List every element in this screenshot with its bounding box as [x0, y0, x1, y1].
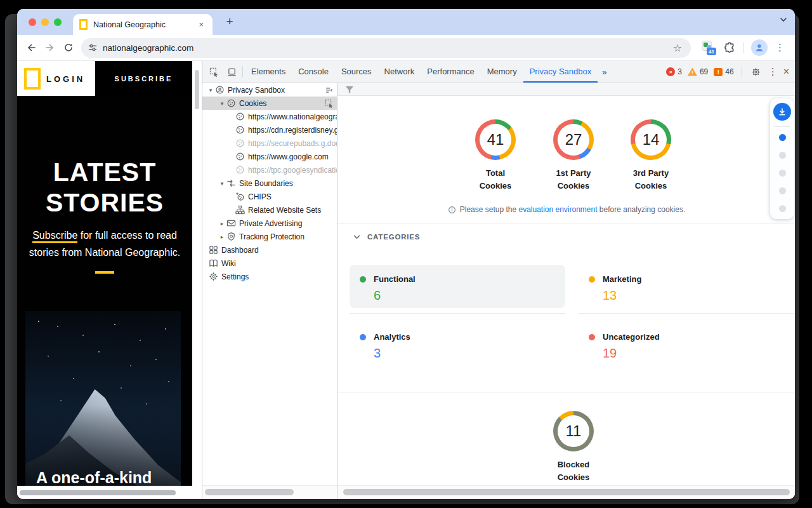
- close-window-button[interactable]: [29, 18, 36, 26]
- category-dot: [360, 334, 366, 340]
- browser-menu-kebab-icon[interactable]: ⋮: [775, 42, 785, 53]
- collapse-sidebar-icon[interactable]: [325, 86, 334, 95]
- filter-funnel-icon[interactable]: [345, 86, 354, 94]
- collapsed-arrow-icon[interactable]: ▸: [218, 234, 226, 240]
- tab-strip: National Geographic × +: [17, 9, 795, 35]
- devtools-menu-kebab-icon[interactable]: ⋮: [768, 66, 778, 77]
- subscribe-link[interactable]: Subscribe: [32, 230, 77, 243]
- tree-item-site-boundaries[interactable]: ▾ Site Boundaries: [202, 177, 337, 190]
- tree-item-chips[interactable]: CHIPS: [202, 190, 337, 203]
- tree-item-origin[interactable]: https://tpc.googlesyndication.com: [202, 163, 337, 177]
- error-badge[interactable]: × 3: [666, 67, 682, 76]
- address-bar[interactable]: nationalgeographic.com ☆: [81, 38, 691, 58]
- privacy-sandbox-icon: [215, 85, 225, 95]
- login-button[interactable]: LOGIN: [46, 74, 85, 84]
- tree-item-dashboard[interactable]: Dashboard: [202, 243, 337, 257]
- hero-subtitle: Subscribe for full access to read storie…: [20, 227, 190, 261]
- tree-item-privacy-sandbox[interactable]: ▾ Privacy Sandbox: [202, 83, 337, 97]
- expand-arrow-icon[interactable]: ▾: [218, 100, 226, 107]
- section-dot[interactable]: [779, 170, 786, 177]
- tree-item-settings[interactable]: Settings: [202, 270, 337, 283]
- category-card-uncategorized[interactable]: Uncategorized 19: [579, 323, 794, 371]
- tab-search-chevron-icon[interactable]: [780, 17, 787, 22]
- category-card-marketing[interactable]: Marketing 13: [579, 265, 794, 313]
- devtools-settings-gear-icon[interactable]: [750, 61, 763, 83]
- category-card-functional[interactable]: Functional 6: [350, 265, 565, 308]
- error-icon: ×: [666, 67, 675, 76]
- tree-item-tracking-protection[interactable]: ▸ Tracking Protection: [202, 230, 337, 243]
- browser-tab[interactable]: National Geographic ×: [73, 14, 213, 35]
- subscribe-button[interactable]: SUBSCRIBE: [95, 61, 192, 96]
- tree-item-related-website-sets[interactable]: Related Website Sets: [202, 203, 337, 217]
- tree-item-cookies[interactable]: ▾ Cookies: [202, 97, 337, 110]
- tree-item-wiki[interactable]: Wiki: [202, 257, 337, 270]
- category-card-analytics[interactable]: Analytics 3: [350, 323, 565, 371]
- profile-avatar[interactable]: [751, 39, 768, 56]
- new-tab-button[interactable]: +: [221, 13, 238, 30]
- cookie-icon: [235, 138, 245, 148]
- tree-item-origin[interactable]: https://cdn.registerdisney.go.com: [202, 123, 337, 137]
- section-dot-nav: [770, 130, 794, 212]
- expand-arrow-icon[interactable]: ▾: [206, 87, 215, 93]
- donut-ring: 14: [631, 119, 671, 160]
- cookie-extension-icon[interactable]: 41: [701, 40, 716, 55]
- sidebar-scroll-thumb[interactable]: [205, 489, 294, 495]
- category-count: 6: [374, 288, 565, 303]
- tree-item-private-advertising[interactable]: ▸ Private Advertising: [202, 217, 337, 230]
- extension-badge: 41: [707, 48, 716, 55]
- section-dot[interactable]: [779, 152, 786, 159]
- section-dot[interactable]: [779, 205, 786, 212]
- privacy-sandbox-main: 41 TotalCookies 27 1st PartyCookies 14: [337, 83, 795, 499]
- report-side-nav: [770, 98, 794, 219]
- page-horizontal-scrollbar[interactable]: [17, 486, 192, 499]
- tab-console[interactable]: Console: [292, 61, 335, 83]
- story-photo[interactable]: A one-of-a-kind journey into the Amazon: [25, 311, 181, 486]
- natgeo-favicon-icon: [79, 19, 88, 30]
- category-count: 13: [603, 288, 794, 303]
- site-settings-icon[interactable]: [88, 43, 98, 53]
- tab-close-icon[interactable]: ×: [196, 18, 206, 30]
- sidebar-scroll-track[interactable]: [202, 485, 337, 499]
- main-scroll-track[interactable]: [337, 485, 795, 499]
- collapsed-arrow-icon[interactable]: ▸: [218, 220, 226, 227]
- window-content: LOGIN SUBSCRIBE LATEST STORIES Subscribe…: [17, 61, 795, 499]
- tree-item-origin[interactable]: https://www.nationalgeographic.com: [202, 110, 337, 123]
- device-toolbar-icon[interactable]: [223, 61, 240, 83]
- tab-privacy-sandbox[interactable]: Privacy Sandbox: [523, 61, 598, 83]
- tab-elements[interactable]: Elements: [245, 61, 292, 83]
- issues-badge[interactable]: ! 46: [714, 67, 733, 76]
- natgeo-logo[interactable]: [24, 68, 41, 90]
- zoom-window-button[interactable]: [54, 18, 62, 26]
- tab-memory[interactable]: Memory: [481, 61, 523, 83]
- main-scroll-thumb[interactable]: [343, 489, 790, 495]
- donut-ring: 41: [475, 119, 516, 160]
- tree-item-origin[interactable]: https://securepubads.g.doubleclick.net: [202, 137, 337, 150]
- bookmark-star-icon[interactable]: ☆: [673, 42, 682, 54]
- download-report-button[interactable]: [773, 103, 791, 121]
- tree-item-origin[interactable]: https://www.google.com: [202, 150, 337, 163]
- url-text[interactable]: nationalgeographic.com: [103, 43, 193, 53]
- evaluation-environment-link[interactable]: evaluation environment: [518, 205, 597, 214]
- more-tabs-button[interactable]: »: [598, 67, 611, 77]
- tab-network[interactable]: Network: [378, 61, 421, 83]
- expand-arrow-icon[interactable]: ▾: [218, 180, 226, 187]
- warning-badge[interactable]: ! 69: [688, 67, 708, 76]
- back-button[interactable]: [22, 39, 41, 57]
- tab-performance[interactable]: Performance: [421, 61, 480, 83]
- reload-button[interactable]: [59, 39, 77, 57]
- devtools-close-icon[interactable]: ×: [783, 66, 789, 77]
- inspect-icon[interactable]: [325, 99, 334, 108]
- traffic-lights: [29, 18, 62, 26]
- extensions-puzzle-icon[interactable]: [724, 42, 735, 53]
- inspect-element-icon[interactable]: [205, 61, 223, 83]
- section-dot[interactable]: [779, 187, 786, 194]
- tab-sources[interactable]: Sources: [335, 61, 378, 83]
- forward-button[interactable]: [41, 39, 59, 57]
- story-caption: A one-of-a-kind journey into the Amazon: [36, 466, 173, 486]
- categories-section-header[interactable]: CATEGORIES: [353, 233, 420, 241]
- privacy-sandbox-sidebar: ▾ Privacy Sandbox ▾ Cookies https://www.…: [202, 83, 337, 499]
- minimize-window-button[interactable]: [41, 18, 49, 26]
- stars-decoration: [38, 321, 39, 322]
- page-vertical-scrollbar[interactable]: [192, 61, 202, 499]
- section-dot[interactable]: [779, 134, 786, 141]
